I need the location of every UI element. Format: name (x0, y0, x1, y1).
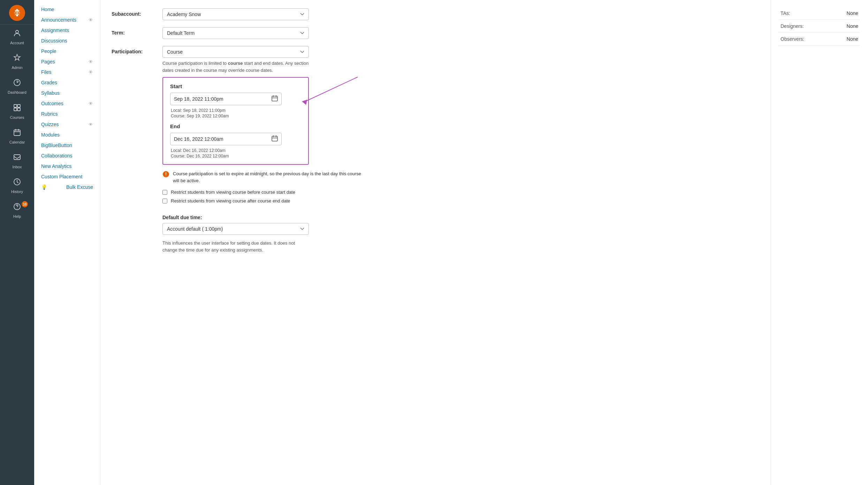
course-nav-modules-label: Modules (41, 132, 60, 138)
date-range-wrapper: Start Local: Sep 18, 2022 11:00pm Course… (162, 74, 309, 165)
history-icon (13, 178, 21, 188)
subaccount-control: Academy Snow (162, 8, 309, 20)
course-nav-modules[interactable]: Modules (34, 130, 100, 140)
term-control: Default Term (162, 27, 309, 39)
default-due-time-hint: This influences the user interface for s… (162, 240, 309, 253)
course-nav-new-analytics[interactable]: New Analytics (34, 161, 100, 171)
start-calendar-icon[interactable] (272, 95, 278, 103)
course-nav-pages[interactable]: Pages 👁 (34, 56, 100, 67)
nav-item-account[interactable]: Account (0, 25, 34, 49)
end-date-input-row[interactable] (170, 133, 282, 145)
course-nav-people-label: People (41, 48, 56, 54)
svg-rect-3 (14, 105, 17, 107)
term-select[interactable]: Default Term (162, 27, 309, 39)
nav-label-help: Help (13, 214, 21, 219)
warning-text: Course participation is set to expire at… (173, 170, 365, 184)
restrict-before-label: Restrict students from viewing course be… (171, 190, 295, 195)
participation-select[interactable]: Course (162, 46, 309, 58)
nav-item-dashboard[interactable]: Dashboard (0, 74, 34, 99)
start-section-label: Start (170, 83, 301, 89)
inbox-icon (13, 153, 21, 163)
nav-label-dashboard: Dashboard (8, 90, 26, 95)
course-nav-discussions[interactable]: Discussions (34, 36, 100, 46)
observers-value: None (814, 33, 860, 46)
subaccount-row: Subaccount: Academy Snow (112, 8, 759, 20)
designers-label: Designers: (779, 20, 814, 33)
restrict-after-label: Restrict students from viewing course af… (171, 198, 290, 203)
main-content: Subaccount: Academy Snow Term: Default T… (100, 0, 770, 485)
observers-label: Observers: (779, 33, 814, 46)
subaccount-label: Subaccount: (112, 8, 157, 17)
course-nav-custom-placement-label: Custom Placement (41, 174, 82, 179)
observers-row: Observers: None (779, 33, 860, 46)
svg-rect-4 (17, 105, 20, 107)
course-nav-people[interactable]: People (34, 46, 100, 56)
designers-value: None (814, 20, 860, 33)
term-row: Term: Default Term (112, 27, 759, 39)
course-nav-pages-label: Pages (41, 59, 55, 64)
dashboard-icon (13, 78, 21, 89)
course-nav-custom-placement[interactable]: Custom Placement (34, 171, 100, 182)
restrict-before-checkbox[interactable] (162, 190, 167, 195)
nav-item-courses[interactable]: Courses (0, 99, 34, 124)
course-nav-discussions-label: Discussions (41, 38, 67, 44)
end-calendar-icon[interactable] (272, 135, 278, 143)
nav-item-inbox[interactable]: Inbox (0, 149, 34, 174)
course-nav-grades[interactable]: Grades (34, 77, 100, 88)
default-due-time-row: Default due time: Account default ( 1:00… (162, 212, 365, 253)
course-nav-new-analytics-label: New Analytics (41, 163, 71, 169)
end-date-input[interactable] (174, 136, 272, 142)
participation-label: Participation: (112, 46, 157, 54)
course-nav-rubrics-label: Rubrics (41, 111, 58, 117)
default-due-time-section: Default due time: Account default ( 1:00… (162, 212, 365, 253)
nav-item-help[interactable]: 10 Help (0, 198, 34, 223)
course-nav-home[interactable]: Home (34, 4, 100, 15)
nav-item-history[interactable]: History (0, 174, 34, 198)
restrict-after-checkbox[interactable] (162, 199, 167, 203)
right-panel-table: TAs: None Designers: None Observers: Non… (779, 7, 860, 46)
nav-label-history: History (11, 190, 23, 194)
course-nav-files[interactable]: Files 👁 (34, 67, 100, 77)
course-nav-bulk-excuse[interactable]: 💡 Bulk Excuse (34, 182, 100, 192)
account-icon (13, 29, 21, 39)
course-nav-syllabus[interactable]: Syllabus (34, 88, 100, 98)
warning-row: Course participation is set to expire at… (162, 170, 365, 184)
course-nav-files-label: Files (41, 69, 52, 75)
default-due-time-select[interactable]: Account default ( 1:00pm) (162, 223, 309, 235)
svg-rect-7 (14, 130, 20, 136)
course-nav-quizzes[interactable]: Quizzes 👁 (34, 119, 100, 130)
subaccount-select[interactable]: Academy Snow (162, 8, 309, 20)
courses-icon (13, 103, 21, 114)
annotation-arrow (302, 74, 372, 115)
svg-point-1 (16, 30, 18, 33)
end-course: Course: Dec 16, 2022 12:00am (171, 154, 301, 159)
course-nav-bigbluebutton[interactable]: BigBlueButton (34, 140, 100, 151)
end-section-label: End (170, 123, 301, 129)
announcements-eye-icon: 👁 (89, 17, 93, 23)
course-nav-collaborations[interactable]: Collaborations (34, 151, 100, 161)
files-eye-icon: 👁 (89, 70, 93, 75)
course-nav-assignments[interactable]: Assignments (34, 25, 100, 36)
course-nav-grades-label: Grades (41, 80, 57, 85)
restrict-before-row: Restrict students from viewing course be… (162, 190, 365, 195)
start-date-input-row[interactable] (170, 93, 282, 105)
course-nav-outcomes[interactable]: Outcomes 👁 (34, 98, 100, 109)
global-nav: Account Admin Dashboard Courses Calendar… (0, 0, 34, 485)
nav-label-inbox: Inbox (13, 165, 22, 169)
tas-row: TAs: None (779, 7, 860, 20)
nav-item-admin[interactable]: Admin (0, 49, 34, 74)
app-logo[interactable] (0, 0, 34, 25)
term-label: Term: (112, 27, 157, 36)
nav-item-calendar[interactable]: Calendar (0, 124, 34, 149)
course-nav-bulk-excuse-label: Bulk Excuse (66, 184, 93, 190)
quizzes-eye-icon: 👁 (89, 122, 93, 127)
help-icon (13, 202, 21, 213)
start-date-input[interactable] (174, 96, 272, 102)
svg-point-11 (17, 208, 17, 209)
svg-line-14 (305, 77, 358, 101)
course-nav-bigbluebutton-label: BigBlueButton (41, 143, 72, 148)
course-nav-rubrics[interactable]: Rubrics (34, 109, 100, 119)
warning-icon (162, 171, 169, 179)
course-nav-quizzes-label: Quizzes (41, 122, 59, 127)
course-nav-announcements[interactable]: Announcements 👁 (34, 15, 100, 25)
